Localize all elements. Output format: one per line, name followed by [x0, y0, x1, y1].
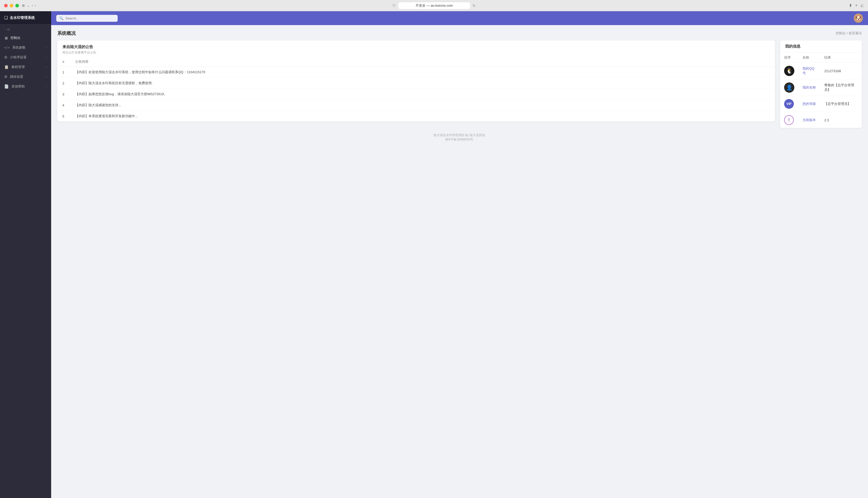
gear-icon: ⚙: [4, 55, 8, 60]
info-name-cell[interactable]: 我的QQ号: [798, 63, 820, 79]
row-content: 【内容】欢迎使用陆大湿去水印系统，使用过程中如有什么问题请联系QQ：110411…: [70, 67, 775, 78]
reload-icon[interactable]: ↻: [473, 3, 476, 8]
announcements-card-header: 来自陆大湿的公告 再怎么忙也要看平台公告.: [57, 40, 775, 57]
row-num: 4: [57, 100, 70, 111]
info-value-cell: 尊敬的【总平台管理员】: [820, 79, 862, 96]
info-name-cell[interactable]: 您的等级: [798, 96, 820, 112]
content-area: 系统概况 控制台 / 首页展示 来自陆大湿的公告 再怎么忙也要看平台公告. #: [51, 25, 868, 498]
book-icon: 📋: [4, 65, 9, 69]
sidebar: ❑ 去水印管理系统 一般 🖥 控制台 </> 系统参数 › ⚙ 小程序设置 › …: [0, 11, 51, 498]
info-value-cell: 2.3: [820, 112, 862, 128]
url-text: 不安全 — ao.koicms.com: [416, 3, 453, 8]
chevron-right-icon: ›: [46, 46, 47, 49]
sidebar-item-label: 小程序设置: [10, 55, 43, 60]
table-row: 2 【内容】陆大湿去水印系统目前无需授权，免费使用.: [57, 78, 775, 89]
sidebar-toggle-icon[interactable]: ⊏: [860, 3, 864, 8]
sidebar-item-mini-program[interactable]: ⚙ 小程序设置 ›: [0, 52, 51, 62]
info-header-name: 名称: [798, 53, 820, 63]
logo-icon: ❑: [4, 15, 8, 20]
shield-icon: 🛡: [392, 3, 396, 8]
row-content: 【内容】陆大湿感谢您的支持...: [70, 100, 775, 111]
breadcrumb: 控制台 / 首页展示: [836, 31, 862, 36]
sidebar-item-label: 控制台: [11, 36, 47, 40]
sidebar-item-tutorial[interactable]: 📋 教程管理 ›: [0, 62, 51, 72]
page-title: 系统概况: [57, 30, 76, 36]
info-card: 我的信息 排序 名称 结果 🐧 我的QQ号 211273168 👤 我的名称 尊…: [780, 40, 862, 128]
info-icon-cell: !: [780, 112, 798, 128]
back-icon[interactable]: ‹: [32, 3, 33, 8]
info-row: VIP 您的等级 【总平台管理员】: [780, 96, 862, 112]
table-header-num: #: [57, 57, 70, 67]
table-row: 4 【内容】陆大湿感谢您的支持...: [57, 100, 775, 111]
code-icon: </>: [4, 46, 10, 49]
logo-text: 去水印管理系统: [10, 16, 35, 20]
sidebar-item-label: 跳转设置: [10, 75, 43, 79]
avatar[interactable]: 🐶: [854, 14, 863, 23]
info-icon-cell: 👤: [780, 79, 798, 96]
app-container: ❑ 去水印管理系统 一般 🖥 控制台 </> 系统参数 › ⚙ 小程序设置 › …: [0, 11, 868, 498]
search-box[interactable]: 🔍: [56, 15, 118, 22]
sidebar-section-label: 一般: [0, 25, 51, 33]
window-tile-icon[interactable]: ⊞: [22, 3, 25, 8]
titlebar-right: ⬆ + ⊏: [849, 3, 864, 8]
search-input[interactable]: [66, 16, 114, 20]
announcements-subtitle: 再怎么忙也要看平台公告.: [63, 50, 770, 55]
info-name-cell[interactable]: 我的名称: [798, 79, 820, 96]
chevron-right-icon: ›: [46, 56, 47, 59]
header: 🔍 🐶: [51, 11, 868, 25]
main-area: 🔍 🐶 系统概况 控制台 / 首页展示 来自陆大湿的公告 再怎么忙也要看平: [51, 11, 868, 498]
header-right: 🐶: [854, 14, 863, 23]
sidebar-item-other-help[interactable]: 📄 其他帮助 ›: [0, 82, 51, 91]
sidebar-item-system-params[interactable]: </> 系统参数 ›: [0, 43, 51, 52]
info-value-cell: 【总平台管理员】: [820, 96, 862, 112]
info-row: 🐧 我的QQ号 211273168: [780, 63, 862, 79]
add-tab-icon[interactable]: +: [855, 3, 857, 8]
info-value-cell: 211273168: [820, 63, 862, 79]
window-icons: ⊞ ⌄ ‹ ›: [22, 3, 36, 8]
sidebar-item-label: 系统参数: [12, 45, 44, 50]
announcements-table: # 公告内容 1 【内容】欢迎使用陆大湿去水印系统，使用过程中如有什么问题请联系…: [57, 57, 775, 121]
info-icon-cell: VIP: [780, 96, 798, 112]
info-table: 排序 名称 结果 🐧 我的QQ号 211273168 👤 我的名称 尊敬的【总平…: [780, 53, 862, 128]
info-row: 👤 我的名称 尊敬的【总平台管理员】: [780, 79, 862, 96]
row-content: 【内容】如果您想反馈bug，请添加陆大湿官方群965272619。: [70, 89, 775, 100]
info-name-cell[interactable]: 当前版本: [798, 112, 820, 128]
close-dot[interactable]: [4, 4, 8, 8]
info-row: ! 当前版本 2.3: [780, 112, 862, 128]
window-controls[interactable]: [4, 4, 19, 8]
main-grid: 来自陆大湿的公告 再怎么忙也要看平台公告. # 公告内容 1 【内容】欢迎使用陆…: [57, 40, 862, 128]
info-icon-cell: 🐧: [780, 63, 798, 79]
announcements-title: 来自陆大湿的公告: [63, 44, 770, 49]
maximize-dot[interactable]: [15, 4, 19, 8]
chevron-down-icon[interactable]: ⌄: [27, 3, 30, 8]
table-row: 3 【内容】如果您想反馈bug，请添加陆大湿官方群965272619。: [57, 89, 775, 100]
sidebar-item-redirect[interactable]: ⚙ 跳转设置 ›: [0, 72, 51, 82]
row-content: 【内容】陆大湿去水印系统目前无需授权，免费使用.: [70, 78, 775, 89]
info-header-result: 结果: [820, 53, 862, 63]
row-num: 1: [57, 67, 70, 78]
help-icon: 📄: [4, 84, 9, 89]
forward-icon[interactable]: ›: [35, 3, 36, 8]
chevron-right-icon: ›: [46, 85, 47, 88]
row-num: 2: [57, 78, 70, 89]
table-row: 5 【内容】本系统逐渐完善和开发新功能中...: [57, 111, 775, 122]
redirect-icon: ⚙: [4, 75, 8, 79]
chevron-right-icon: ›: [46, 75, 47, 78]
url-bar[interactable]: 不安全 — ao.koicms.com: [398, 2, 470, 9]
titlebar: ⊞ ⌄ ‹ › 🛡 不安全 — ao.koicms.com ↻ ⬆ + ⊏: [0, 0, 868, 11]
sidebar-logo: ❑ 去水印管理系统: [0, 11, 51, 25]
share-icon[interactable]: ⬆: [849, 3, 852, 8]
footer-line1: 陆大湿去水印管理系统 By 陆大湿原创.: [63, 133, 857, 137]
minimize-dot[interactable]: [10, 4, 13, 8]
table-row: 1 【内容】欢迎使用陆大湿去水印系统，使用过程中如有什么问题请联系QQ：1104…: [57, 67, 775, 78]
chevron-right-icon: ›: [46, 66, 47, 69]
search-icon: 🔍: [59, 16, 64, 20]
footer-line2: 闽ICP备18068633号.: [63, 137, 857, 142]
row-num: 5: [57, 111, 70, 122]
breadcrumb-bar: 系统概况 控制台 / 首页展示: [57, 30, 862, 36]
info-card-title: 我的信息: [780, 40, 862, 53]
sidebar-item-dashboard[interactable]: 🖥 控制台: [0, 33, 51, 43]
footer: 陆大湿去水印管理系统 By 陆大湿原创. 闽ICP备18068633号.: [57, 128, 862, 147]
info-header-order: 排序: [780, 53, 798, 63]
table-header-content: 公告内容: [70, 57, 775, 67]
